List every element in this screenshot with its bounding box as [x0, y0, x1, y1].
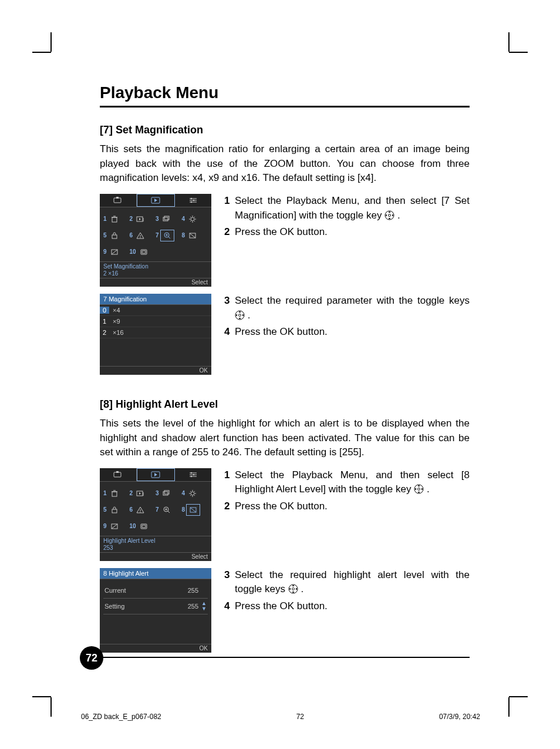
format-icon: [137, 521, 150, 532]
slideshow-icon: [134, 488, 147, 499]
step-4-text: Press the OK button.: [235, 599, 470, 614]
svg-rect-44: [163, 492, 168, 495]
svg-point-6: [191, 201, 192, 203]
toggle-key-icon: [384, 210, 394, 220]
trash-icon: [108, 214, 121, 224]
play-tab-icon: [150, 196, 161, 204]
section-8-heading: [8] Highlight Alert Level: [100, 398, 470, 411]
list-item: 0×4: [100, 305, 211, 316]
table-row: Setting 255 ▲▼: [100, 599, 211, 614]
camera-menu-set-magnification: 1 2 3 4 5 6 7 8 9 10: [100, 194, 211, 287]
svg-rect-34: [116, 471, 119, 473]
svg-point-15: [140, 237, 140, 238]
svg-point-38: [193, 474, 194, 475]
svg-marker-59: [421, 488, 423, 491]
section-8-intro: This sets the level of the highlight for…: [100, 417, 470, 460]
table-footer-ok: OK: [100, 644, 211, 653]
protect-icon: [108, 505, 121, 515]
table-row: Current 255: [100, 583, 211, 598]
setup-tab-icon: [188, 196, 198, 204]
list-item: 2×16: [100, 327, 211, 338]
camera-tab-icon: [113, 196, 123, 204]
svg-marker-42: [139, 492, 141, 495]
footer-timestamp: 07/3/9, 20:42: [439, 713, 480, 721]
menu-status-line-1: Set Magnification: [103, 263, 208, 270]
footer-file-ref: 06_ZD back_E_p067-082: [81, 713, 161, 721]
svg-marker-64: [289, 588, 291, 590]
svg-marker-30: [239, 318, 241, 320]
shadow-icon: [108, 521, 121, 532]
toggle-key-icon: [288, 584, 298, 594]
list-footer-ok: OK: [100, 366, 211, 375]
menu-footer-select: Select: [100, 552, 211, 561]
highlight-icon: [186, 230, 199, 241]
page-number-badge: 72: [80, 646, 103, 670]
svg-rect-0: [114, 198, 121, 203]
svg-marker-65: [296, 588, 298, 590]
svg-rect-7: [112, 217, 117, 222]
step-2-text: Press the OK button.: [235, 499, 470, 514]
svg-marker-3: [154, 199, 157, 202]
step-1-text: Select the Playback Menu, and then selec…: [235, 468, 470, 497]
list-header: 7 Magnification: [100, 294, 211, 305]
svg-marker-24: [389, 218, 391, 220]
trash-icon: [108, 488, 121, 499]
play-tab-icon: [150, 471, 161, 479]
page-title: Playback Menu: [100, 83, 470, 108]
brightness-icon: [186, 488, 199, 499]
page-rule: [100, 657, 470, 658]
footer-meta: 06_ZD back_E_p067-082 72 07/3/9, 20:42: [81, 713, 480, 721]
svg-point-61: [292, 588, 294, 590]
svg-rect-43: [164, 491, 169, 494]
step-1-text: Select the Playback Menu, and then selec…: [235, 194, 470, 223]
camera-table-highlight-alert: 8 Highlight Alert Current 255 Setting 25…: [100, 568, 211, 653]
camera-tab-icon: [113, 471, 123, 479]
slideshow-icon: [134, 214, 147, 224]
svg-point-37: [191, 472, 192, 473]
svg-rect-13: [112, 235, 117, 239]
svg-point-5: [193, 200, 194, 201]
menu-status-line-2: 253: [103, 545, 208, 552]
toggle-key-icon: [414, 484, 424, 494]
svg-point-4: [191, 198, 192, 199]
svg-point-39: [191, 476, 192, 477]
svg-rect-10: [164, 216, 169, 220]
svg-point-55: [418, 488, 420, 491]
svg-rect-33: [114, 472, 121, 477]
svg-rect-1: [116, 197, 119, 199]
magnify-icon: [160, 230, 174, 241]
alert-icon: [134, 505, 147, 515]
svg-point-28: [239, 314, 241, 316]
svg-point-12: [191, 217, 194, 221]
svg-marker-63: [292, 592, 294, 593]
svg-marker-36: [154, 473, 157, 476]
svg-point-45: [191, 492, 194, 495]
svg-marker-26: [392, 214, 394, 216]
svg-marker-23: [389, 211, 391, 213]
multi-image-icon: [160, 488, 173, 499]
svg-marker-58: [415, 488, 417, 491]
alert-icon: [134, 230, 147, 241]
step-3-text: Select the required highlight alert leve…: [235, 568, 470, 597]
svg-marker-31: [236, 314, 238, 316]
svg-marker-9: [139, 218, 141, 220]
svg-rect-46: [112, 509, 117, 513]
svg-marker-56: [418, 485, 420, 487]
brightness-icon: [186, 214, 199, 224]
step-3-text: Select the required parameter with the t…: [235, 294, 470, 323]
svg-point-22: [389, 214, 391, 216]
svg-marker-25: [386, 214, 387, 216]
svg-point-48: [140, 512, 140, 512]
section-7-heading: [7] Set Magnification: [100, 124, 470, 136]
section-7-intro: This sets the magnification ratio for en…: [100, 142, 470, 186]
svg-marker-32: [242, 314, 244, 316]
svg-rect-40: [112, 492, 117, 496]
svg-rect-53: [142, 525, 146, 528]
setup-tab-icon: [188, 471, 198, 479]
camera-list-magnification: 7 Magnification 0×4 1×9 2×16 OK: [100, 294, 211, 375]
magnify-icon: [160, 505, 173, 515]
shadow-icon: [108, 247, 121, 257]
svg-rect-20: [142, 251, 146, 253]
table-header: 8 Highlight Alert: [100, 568, 211, 579]
list-item: 1×9: [100, 316, 211, 327]
